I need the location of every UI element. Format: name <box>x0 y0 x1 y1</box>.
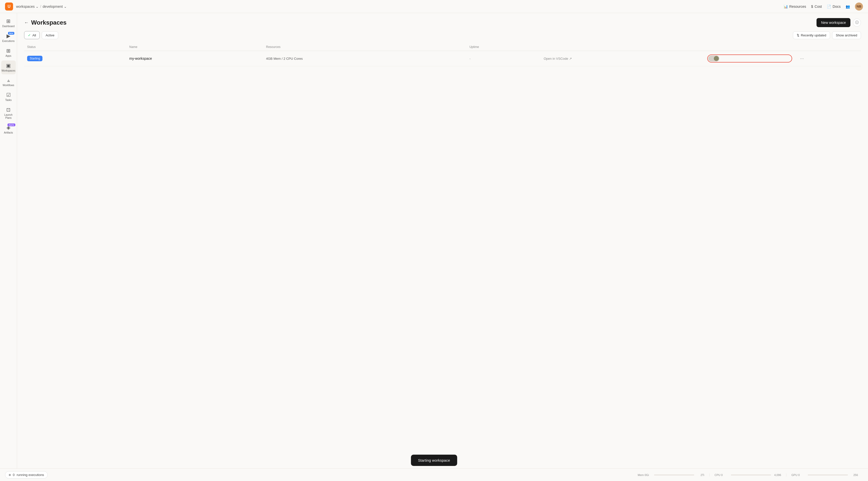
cpu-bar-item: CPU 0 4,096 <box>709 474 786 477</box>
info-button[interactable]: ⓘ <box>853 19 861 27</box>
main-layout: ⊞ Dashboard New ▶ Executions ⊞ Apps ▣ Wo… <box>0 13 868 469</box>
filter-all-button[interactable]: ✓ All <box>24 31 40 39</box>
sidebar: ⊞ Dashboard New ▶ Executions ⊞ Apps ▣ Wo… <box>0 13 17 469</box>
workspace-vscode-cell: Open in VSCode ↗ <box>541 51 704 66</box>
page-header-actions: New workspace ⓘ <box>816 18 861 27</box>
filters-row: ✓ All Active ⇅ Recently updated Show arc… <box>17 31 868 43</box>
info-icon: ⓘ <box>855 20 859 25</box>
workspace-resources-cell: 4GB Mem / 2 CPU Cores <box>263 51 466 66</box>
alpha-badge: Alpha <box>7 124 15 126</box>
user-avatar[interactable]: NB <box>855 2 863 10</box>
col-name: Name <box>126 43 263 51</box>
dashboard-icon: ⊞ <box>6 18 10 24</box>
external-link-icon: ↗ <box>569 57 572 61</box>
workspace-status-cell: Starting <box>24 51 126 66</box>
toast-message: Starting workspace <box>418 458 450 462</box>
workflows-icon: ⟁ <box>7 77 10 83</box>
filters-right: ⇅ Recently updated Show archived <box>793 31 861 39</box>
workspace-toggle-wrapper <box>707 55 792 63</box>
workspace-more-cell: ··· <box>795 51 861 66</box>
breadcrumb-env[interactable]: development ⌄ <box>43 4 67 8</box>
workspace-name-cell: my-workspace <box>126 51 263 66</box>
workspace-more-button[interactable]: ··· <box>798 55 806 62</box>
mem-label: Mem 0Gi <box>638 474 651 477</box>
workspace-toggle-cell <box>704 51 795 66</box>
cpu-bar-track <box>731 475 771 476</box>
resource-bars: Mem 0Gi 2Ti CPU 0 4,096 GPU 0 256 <box>633 474 863 477</box>
app-logo[interactable]: U <box>5 2 13 10</box>
team-icon[interactable]: 👥 <box>846 4 850 8</box>
bottom-bar: 0 running executions Mem 0Gi 2Ti CPU 0 4… <box>0 469 868 481</box>
sort-icon: ⇅ <box>797 33 800 37</box>
cpu-label: CPU 0 <box>715 474 728 477</box>
sidebar-item-dashboard[interactable]: ⊞ Dashboard <box>1 16 16 30</box>
page-title: Workspaces <box>31 19 67 26</box>
running-executions[interactable]: 0 running executions <box>5 471 48 479</box>
breadcrumb-workspaces[interactable]: workspaces ⌄ <box>16 4 39 8</box>
gpu-bar-item: GPU 0 256 <box>786 474 863 477</box>
col-status: Status <box>24 43 126 51</box>
cost-nav-item[interactable]: $ Cost <box>811 4 822 8</box>
sidebar-item-workspaces[interactable]: ▣ Workspaces <box>1 61 16 74</box>
sidebar-item-apps[interactable]: ⊞ Apps <box>1 46 16 60</box>
check-icon: ✓ <box>28 33 31 37</box>
sidebar-item-workflows[interactable]: ⟁ Workflows <box>1 75 16 89</box>
status-badge: Starting <box>27 56 42 61</box>
sidebar-item-tasks[interactable]: ☑ Tasks <box>1 90 16 104</box>
open-vscode-link[interactable]: Open in VSCode ↗ <box>544 57 701 61</box>
topnav: U workspaces ⌄ / development ⌄ 📊 Resourc… <box>0 0 868 13</box>
back-button[interactable]: ← <box>24 20 29 25</box>
gpu-label: GPU 0 <box>792 474 805 477</box>
workspace-resources: 4GB Mem / 2 CPU Cores <box>266 57 303 61</box>
col-action <box>541 43 704 51</box>
workspace-uptime-cell: - <box>466 51 541 66</box>
apps-icon: ⊞ <box>6 48 10 54</box>
toast-notification: Starting workspace <box>411 455 457 466</box>
content-area: ← Workspaces New workspace ⓘ ✓ All Activ… <box>17 13 868 469</box>
show-archived-button[interactable]: Show archived <box>832 31 861 39</box>
mem-bar-item: Mem 0Gi 2Ti <box>633 474 709 477</box>
breadcrumb-separator: / <box>40 4 41 8</box>
executions-count: 0 <box>13 473 14 477</box>
page-header: ← Workspaces New workspace ⓘ <box>17 13 868 31</box>
mem-max: 2Ti <box>697 474 704 477</box>
tasks-icon: ☑ <box>6 92 11 98</box>
resources-icon: 📊 <box>784 4 788 8</box>
topnav-right: 📊 Resources $ Cost 📄 Docs 👥 NB <box>784 2 863 10</box>
cpu-max: 4,096 <box>774 474 781 477</box>
workspace-name: my-workspace <box>129 57 152 61</box>
docs-nav-item[interactable]: 📄 Docs <box>827 4 841 8</box>
new-workspace-button[interactable]: New workspace <box>816 18 850 27</box>
table-row: Starting my-workspace 4GB Mem / 2 CPU Co… <box>24 51 861 66</box>
cost-icon: $ <box>811 4 813 8</box>
new-badge: New <box>8 32 14 35</box>
col-more <box>795 43 861 51</box>
executions-dot <box>9 474 11 476</box>
executions-label: running executions <box>17 473 44 477</box>
gpu-max: 256 <box>850 474 858 477</box>
col-resources: Resources <box>263 43 466 51</box>
sort-button[interactable]: ⇅ Recently updated <box>793 31 830 39</box>
page-title-area: ← Workspaces <box>24 19 67 26</box>
docs-icon: 📄 <box>827 4 831 8</box>
filter-active-button[interactable]: Active <box>42 31 58 39</box>
launchplans-icon: ⊡ <box>6 107 10 113</box>
workspace-uptime: - <box>469 57 470 61</box>
resources-nav-item[interactable]: 📊 Resources <box>784 4 806 8</box>
col-uptime: Uptime <box>466 43 541 51</box>
breadcrumb: workspaces ⌄ / development ⌄ <box>16 4 67 8</box>
gpu-bar-track <box>808 475 848 476</box>
workspace-table-container: Status Name Resources Uptime Starting <box>17 43 868 469</box>
sidebar-item-executions[interactable]: New ▶ Executions <box>1 31 16 45</box>
toggle-knob <box>714 56 719 61</box>
sidebar-item-artifacts[interactable]: Alpha ◈ Artifacts <box>1 123 16 136</box>
col-toggle <box>704 43 795 51</box>
mem-bar-track <box>654 475 694 476</box>
workspace-toggle[interactable] <box>708 56 719 62</box>
workspaces-icon: ▣ <box>6 63 11 68</box>
sidebar-item-launchplans[interactable]: ⊡ Launch Plans <box>1 105 16 122</box>
workspace-table: Status Name Resources Uptime Starting <box>24 43 861 66</box>
